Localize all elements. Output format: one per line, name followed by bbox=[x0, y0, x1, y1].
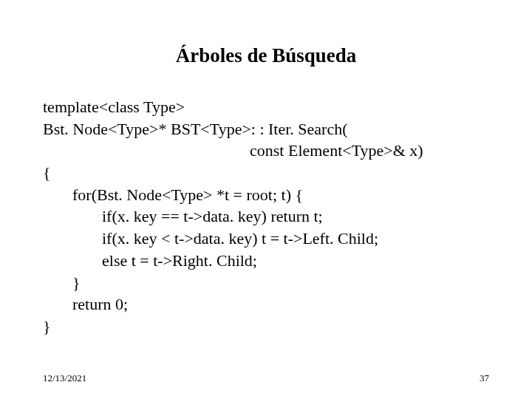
code-block: template<class Type> Bst. Node<Type>* BS… bbox=[43, 96, 489, 338]
code-line: { bbox=[43, 162, 489, 184]
footer-page-number: 37 bbox=[480, 372, 489, 384]
code-line: const Element<Type>& x) bbox=[43, 140, 489, 162]
slide-title: Árboles de Búsqueda bbox=[0, 44, 532, 67]
code-line: for(Bst. Node<Type> *t = root; t) { bbox=[43, 184, 489, 206]
code-line: } bbox=[43, 272, 489, 294]
code-line: template<class Type> bbox=[43, 96, 489, 118]
footer-date: 12/13/2021 bbox=[43, 372, 86, 384]
code-line: else t = t->Right. Child; bbox=[43, 250, 489, 272]
code-line: if(x. key < t->data. key) t = t->Left. C… bbox=[43, 228, 489, 250]
code-line: } bbox=[43, 316, 489, 338]
code-line: Bst. Node<Type>* BST<Type>: : Iter. Sear… bbox=[43, 118, 489, 140]
code-line: return 0; bbox=[43, 293, 489, 316]
code-line: if(x. key == t->data. key) return t; bbox=[43, 205, 489, 228]
slide: Árboles de Búsqueda template<class Type>… bbox=[0, 0, 532, 399]
